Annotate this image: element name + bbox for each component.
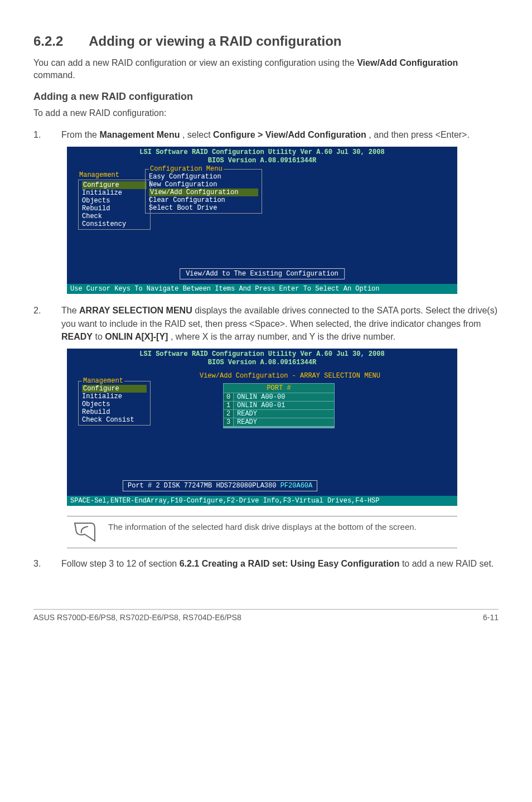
- note-text: The information of the selected hard dis…: [108, 521, 417, 543]
- step2-post: , where X is the array number, and Y is …: [171, 332, 395, 341]
- bios2-header-l1: LSI Software RAID Configuration Utility …: [67, 350, 457, 359]
- intro-pre: You can add a new RAID configuration or …: [33, 58, 357, 67]
- bios1-header-l1: LSI Software RAID Configuration Utility …: [67, 148, 457, 157]
- bios2-mgmt-title-text: Management: [82, 377, 124, 385]
- intro-post: command.: [33, 70, 75, 80]
- bios1-mgmt-box: Management Configure Initialize Objects …: [78, 177, 151, 230]
- step1-number: 1.: [33, 128, 42, 141]
- bios2-mgmt-item: Objects: [82, 400, 147, 408]
- step2-b3: ONLIN A[X]-[Y]: [105, 332, 168, 341]
- step2-b2: READY: [61, 332, 93, 341]
- bios2-mgmt-title: Management: [82, 377, 147, 385]
- step1-mid: , select: [182, 130, 213, 139]
- bios1-mgmt-title: Management: [78, 171, 151, 179]
- step1-b1: Management Menu: [99, 130, 180, 139]
- bios1-conf-item: New Configuration: [149, 181, 258, 189]
- note-icon: [72, 521, 97, 543]
- bios2-port-idx: 3: [224, 418, 234, 427]
- bios1-conf-title: Configuration Menu: [149, 165, 258, 173]
- bios1-conf-item: Clear Configuration: [149, 196, 258, 204]
- bios2-mgmt-item: Rebuild: [82, 408, 147, 416]
- step3-text: Follow step 3 to 12 of section 6.2.1 Cre…: [61, 557, 499, 570]
- bios2-port-val: [234, 427, 334, 428]
- bios1-header-l2: BIOS Version A.08.09161344R: [67, 157, 457, 165]
- footer-left: ASUS RS700D-E6/PS8, RS702D-E6/PS8, RS704…: [33, 613, 241, 622]
- step2-number: 2.: [33, 304, 42, 343]
- bios2-port-val: READY: [234, 410, 334, 418]
- bios1-conf-item: Select Boot Drive: [149, 204, 258, 212]
- step1-b2: Configure > View/Add Configuration: [213, 130, 366, 139]
- footer-right: 6-11: [483, 613, 499, 622]
- bios2-mgmt-item: Initialize: [82, 393, 147, 400]
- step2-b1: ARRAY SELECTION MENU: [79, 306, 192, 315]
- bios2-port-row: 0ONLIN A00-00: [224, 393, 334, 402]
- bios2-port-row: 2READY: [224, 410, 334, 418]
- bios1-mgmt-item: Rebuild: [82, 205, 147, 212]
- bios2-port-row: [224, 427, 334, 428]
- bios1-bottom-label: View/Add to The Existing Configuration: [180, 268, 345, 279]
- step3-pre: Follow step 3 to 12 of section: [61, 559, 180, 568]
- bios2-port-idx: 2: [224, 410, 234, 418]
- step3-post: to add a new RAID set.: [402, 559, 494, 568]
- bios2-port-idx: [224, 427, 234, 428]
- bios1-conf-title-text: Configuration Menu: [149, 165, 224, 173]
- bios2-port-val: ONLIN A00-01: [234, 402, 334, 410]
- note-box: The information of the selected hard dis…: [67, 516, 457, 548]
- page-footer: ASUS RS700D-E6/PS8, RS702D-E6/PS8, RS704…: [33, 609, 499, 622]
- bios1-conf-menu: Configuration Menu Easy Configuration Ne…: [145, 169, 262, 214]
- step2-text: The ARRAY SELECTION MENU displays the av…: [61, 304, 499, 343]
- section-number: 6.2.2: [33, 33, 63, 49]
- bios2-port-idx: 1: [224, 402, 234, 410]
- bios1-mgmt-item: Check Consistency: [82, 212, 147, 228]
- bios2-port-info-suf: PF20A60A: [280, 482, 313, 490]
- bios2-body: View/Add Configuration - ARRAY SELECTION…: [67, 369, 457, 496]
- bios2-mgmt-item: Check Consist: [82, 416, 147, 424]
- section-title: Adding or viewing a RAID configuration: [89, 33, 341, 49]
- bios2-port-row: 3READY: [224, 418, 334, 427]
- bios2-array-title: View/Add Configuration - ARRAY SELECTION…: [151, 372, 429, 380]
- bios2-array-title-text: View/Add Configuration - ARRAY SELECTION…: [151, 372, 429, 380]
- bios-screenshot-1: LSI Software RAID Configuration Utility …: [67, 147, 457, 294]
- bios2-header-l2: BIOS Version A.08.09161344R: [67, 359, 457, 367]
- step2-mid2: to: [95, 332, 105, 341]
- bios1-mgmt-frame: Configure Initialize Objects Rebuild Che…: [78, 180, 151, 230]
- bios2-port-row: 1ONLIN A00-01: [224, 402, 334, 410]
- bios1-mgmt-title-text: Management: [78, 171, 120, 179]
- step2-pre: The: [61, 306, 79, 315]
- step1-pre: From the: [61, 130, 99, 139]
- bios1-body: Management Configure Initialize Objects …: [67, 167, 457, 284]
- bios2-port-val: ONLIN A00-00: [234, 393, 334, 402]
- bios1-mgmt-item: Objects: [82, 197, 147, 205]
- bios1-conf-item: Easy Configuration: [149, 173, 258, 181]
- step3-b1: 6.2.1 Creating a RAID set: Using Easy Co…: [180, 559, 400, 568]
- sub-heading: Adding a new RAID configuration: [33, 91, 499, 103]
- bios2-port-val: READY: [234, 418, 334, 427]
- bios1-conf-item-selected: View/Add Configuration: [149, 189, 258, 196]
- bios1-mgmt-item: Initialize: [82, 189, 147, 197]
- bios1-mgmt-item-configure: Configure: [82, 181, 147, 189]
- bios2-mgmt-box: Management Configure Initialize Objects …: [78, 381, 151, 426]
- sub-line: To add a new RAID configuration:: [33, 107, 499, 119]
- bios1-footer: Use Cursor Keys To Navigate Between Item…: [67, 284, 457, 294]
- intro-paragraph: You can add a new RAID configuration or …: [33, 57, 499, 82]
- bios2-port-info-pre: Port # 2 DISK 77247MB HDS728080PLA380: [128, 482, 280, 490]
- bios2-header: LSI Software RAID Configuration Utility …: [67, 349, 457, 369]
- intro-bold: View/Add Configuration: [357, 58, 458, 67]
- step1-post: , and then press <Enter>.: [369, 130, 470, 139]
- bios1-header: LSI Software RAID Configuration Utility …: [67, 147, 457, 167]
- section-heading: 6.2.2 Adding or viewing a RAID configura…: [33, 33, 499, 49]
- step3-number: 3.: [33, 557, 42, 570]
- bios2-footer: SPACE-Sel,ENTER-EndArray,F10-Configure,F…: [67, 496, 457, 506]
- bios2-port-header: PORT #: [224, 384, 334, 393]
- bios2-port-table: PORT # 0ONLIN A00-00 1ONLIN A00-01 2READ…: [223, 383, 335, 428]
- bios2-port-idx: 0: [224, 393, 234, 402]
- step1-text: From the Management Menu , select Config…: [61, 128, 499, 141]
- bios-screenshot-2: LSI Software RAID Configuration Utility …: [67, 349, 457, 506]
- bios2-mgmt-item-configure: Configure: [82, 385, 147, 393]
- bios2-port-info: Port # 2 DISK 77247MB HDS728080PLA380 PF…: [123, 480, 317, 491]
